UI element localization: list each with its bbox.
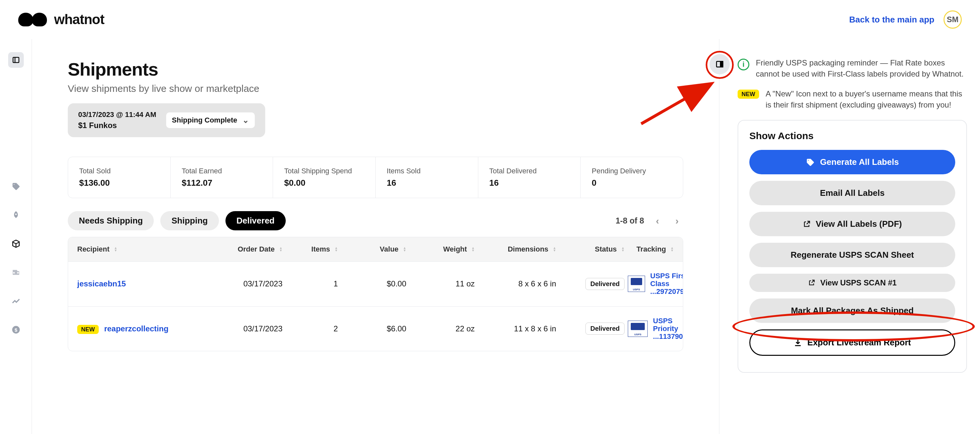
- th-items[interactable]: Items▲▼: [286, 245, 338, 253]
- tracking-link[interactable]: USPS Priority ...11379045: [628, 317, 683, 341]
- mark-all-shipped-button[interactable]: Mark All Packages As Shipped: [749, 299, 955, 323]
- tab-needs-shipping[interactable]: Needs Shipping: [68, 211, 154, 231]
- cell-items: 1: [286, 279, 338, 288]
- stat-value: 0: [592, 178, 672, 188]
- main-content: Shipments View shipments by live show or…: [32, 39, 719, 434]
- th-tracking[interactable]: Tracking▲▼: [628, 245, 674, 253]
- external-link-icon: [803, 220, 811, 228]
- download-icon: [794, 339, 802, 347]
- th-weight[interactable]: Weight▲▼: [409, 245, 475, 253]
- table-header-row: Recipient▲▼ Order Date▲▼ Items▲▼ Value▲▼…: [68, 237, 683, 261]
- th-dimensions[interactable]: Dimensions▲▼: [478, 245, 556, 253]
- th-order-date[interactable]: Order Date▲▼: [204, 245, 282, 253]
- export-livestream-report-button[interactable]: Export Livestream Report: [749, 329, 955, 356]
- info-new-buyer: NEW A "New" Icon next to a buyer's usern…: [738, 88, 967, 110]
- stat-value: 16: [387, 178, 467, 188]
- panel-collapse-button[interactable]: [710, 54, 730, 74]
- sort-icon: ▲▼: [114, 246, 117, 252]
- chevron-down-icon: ⌄: [242, 116, 249, 125]
- sort-icon: ▲▼: [621, 246, 625, 252]
- svg-rect-0: [13, 57, 19, 62]
- nav-shipments-icon[interactable]: [8, 236, 24, 251]
- filter-tabs: Needs Shipping Shipping Delivered: [68, 211, 286, 231]
- stat-label: Pending Delivery: [592, 167, 672, 175]
- stat-value: $0.00: [284, 178, 364, 188]
- avatar[interactable]: SM: [943, 10, 962, 29]
- stats-row: Total Sold$136.00 Total Earned$112.07 To…: [68, 157, 683, 198]
- generate-all-labels-button[interactable]: Generate All Labels: [749, 150, 955, 174]
- logo-mark-icon: [18, 13, 47, 26]
- stat-label: Total Sold: [79, 167, 159, 175]
- stat-label: Items Sold: [387, 167, 467, 175]
- new-badge: NEW: [77, 325, 99, 334]
- svg-text:$: $: [14, 327, 17, 333]
- th-recipient[interactable]: Recipient▲▼: [77, 245, 201, 253]
- back-to-main-link[interactable]: Back to the main app: [850, 15, 935, 25]
- svg-rect-5: [720, 61, 723, 67]
- tab-shipping[interactable]: Shipping: [160, 211, 219, 231]
- cell-value: $6.00: [341, 324, 406, 333]
- page-title: Shipments: [68, 59, 719, 80]
- info-icon: i: [738, 59, 749, 70]
- nav-rocket-icon[interactable]: [8, 207, 24, 223]
- shipping-status-dropdown[interactable]: Shipping Complete ⌄: [166, 113, 255, 128]
- sort-icon: ▲▼: [279, 246, 282, 252]
- stat-label: Total Delivered: [489, 167, 570, 175]
- cell-value: $0.00: [341, 279, 406, 288]
- next-page-button[interactable]: ›: [671, 215, 683, 227]
- tab-delivered[interactable]: Delivered: [226, 211, 286, 231]
- nav-analytics-icon[interactable]: [8, 293, 24, 309]
- sort-icon: ▲▼: [670, 246, 674, 252]
- th-status[interactable]: Status▲▼: [559, 245, 625, 253]
- cell-items: 2: [286, 324, 338, 333]
- cell-weight: 11 oz: [409, 279, 475, 288]
- logo-text: whatnot: [54, 12, 104, 27]
- logo[interactable]: whatnot: [18, 12, 104, 27]
- table-row: NEW reaperzcollecting 03/17/2023 2 $6.00…: [68, 306, 683, 351]
- tracking-number: ...11379045: [653, 333, 683, 340]
- left-nav: $: [0, 39, 32, 434]
- cell-dimensions: 8 x 6 x 6 in: [478, 279, 556, 288]
- external-link-icon: [808, 279, 815, 286]
- tag-icon: [806, 158, 815, 167]
- recipient-link[interactable]: reaperzcollecting: [104, 324, 169, 333]
- usps-logo-icon: [628, 321, 648, 337]
- tracking-service: USPS First Class: [650, 272, 683, 288]
- cell-order-date: 03/17/2023: [204, 324, 282, 333]
- view-all-labels-pdf-button[interactable]: View All Labels (PDF): [749, 212, 955, 236]
- sort-icon: ▲▼: [335, 246, 338, 252]
- sidebar-collapse-icon[interactable]: [8, 52, 24, 68]
- nav-tags-icon[interactable]: [8, 178, 24, 194]
- regenerate-scan-sheet-button[interactable]: Regenerate USPS SCAN Sheet: [749, 243, 955, 267]
- shipping-status-label: Shipping Complete: [172, 116, 237, 124]
- email-all-labels-button[interactable]: Email All Labels: [749, 181, 955, 205]
- page-range: 1-8 of 8: [616, 216, 644, 226]
- prev-page-button[interactable]: ‹: [651, 215, 663, 227]
- sort-icon: ▲▼: [471, 246, 475, 252]
- info-text: Friendly USPS packaging reminder — Flat …: [756, 57, 967, 79]
- sort-icon: ▲▼: [403, 246, 406, 252]
- nav-money-icon[interactable]: $: [8, 322, 24, 337]
- stat-label: Total Earned: [182, 167, 262, 175]
- show-date: 03/17/2023 @ 11:44 AM: [78, 110, 156, 119]
- nav-payouts-icon[interactable]: [8, 265, 24, 280]
- tracking-link[interactable]: USPS First Class ...29720799: [628, 272, 683, 296]
- page-subtitle: View shipments by live show or marketpla…: [68, 83, 719, 94]
- stat-value: $136.00: [79, 178, 159, 188]
- show-selector[interactable]: 03/17/2023 @ 11:44 AM $1 Funkos Shipping…: [68, 103, 265, 137]
- new-badge: NEW: [738, 90, 759, 99]
- th-value[interactable]: Value▲▼: [341, 245, 406, 253]
- info-text: A "New" Icon next to a buyer's username …: [765, 88, 967, 110]
- top-bar: whatnot Back to the main app SM: [0, 0, 980, 39]
- view-usps-scan-button[interactable]: View USPS SCAN #1: [749, 274, 955, 292]
- stat-value: 16: [489, 178, 570, 188]
- cell-dimensions: 11 x 8 x 6 in: [478, 324, 556, 333]
- actions-title: Show Actions: [749, 130, 955, 141]
- pagination: 1-8 of 8 ‹ ›: [616, 215, 683, 227]
- tracking-service: USPS Priority: [653, 317, 683, 333]
- cell-order-date: 03/17/2023: [204, 279, 282, 288]
- usps-logo-icon: [628, 276, 645, 292]
- recipient-link[interactable]: jessicaebn15: [77, 279, 126, 288]
- shipments-table: Recipient▲▼ Order Date▲▼ Items▲▼ Value▲▼…: [68, 237, 683, 351]
- show-name: $1 Funkos: [78, 121, 156, 130]
